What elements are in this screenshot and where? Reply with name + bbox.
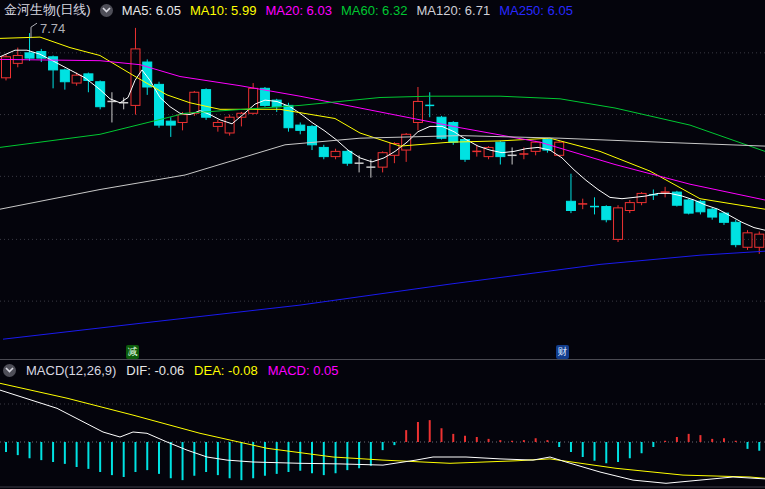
pane-divider: [0, 359, 765, 360]
event-badge-reduce[interactable]: 减: [126, 345, 139, 359]
chevron-down-icon[interactable]: [100, 4, 113, 17]
dif-value-label: DIF: -0.06: [126, 363, 184, 378]
price-chart-pane[interactable]: [0, 20, 765, 355]
chevron-down-icon[interactable]: [3, 364, 16, 377]
macd-header: MACD(12,26,9) DIF: -0.06 DEA: -0.08 MACD…: [0, 361, 765, 379]
stock-title: 金河生物(日线): [4, 1, 91, 19]
price-chart-canvas[interactable]: [0, 20, 765, 355]
dea-value-label: DEA: -0.08: [194, 363, 258, 378]
ma60-label: MA60: 6.32: [341, 3, 408, 18]
ma10-label: MA10: 5.99: [190, 3, 257, 18]
ma20-label: MA20: 6.03: [265, 3, 332, 18]
price-high-marker: 7.74: [40, 21, 65, 36]
macd-value-label: MACD: 0.05: [268, 363, 339, 378]
ma5-label: MA5: 6.05: [122, 3, 181, 18]
ma120-label: MA120: 6.71: [416, 3, 490, 18]
macd-title: MACD(12,26,9): [26, 363, 116, 378]
ma250-label: MA250: 6.05: [499, 3, 573, 18]
macd-chart-pane[interactable]: [0, 380, 765, 489]
stock-chart-window: 金河生物(日线) MA5: 6.05 MA10: 5.99 MA20: 6.03…: [0, 0, 765, 489]
macd-chart-canvas[interactable]: [0, 380, 765, 489]
main-chart-header: 金河生物(日线) MA5: 6.05 MA10: 5.99 MA20: 6.03…: [0, 0, 765, 20]
event-badge-finance[interactable]: 财: [556, 345, 569, 359]
